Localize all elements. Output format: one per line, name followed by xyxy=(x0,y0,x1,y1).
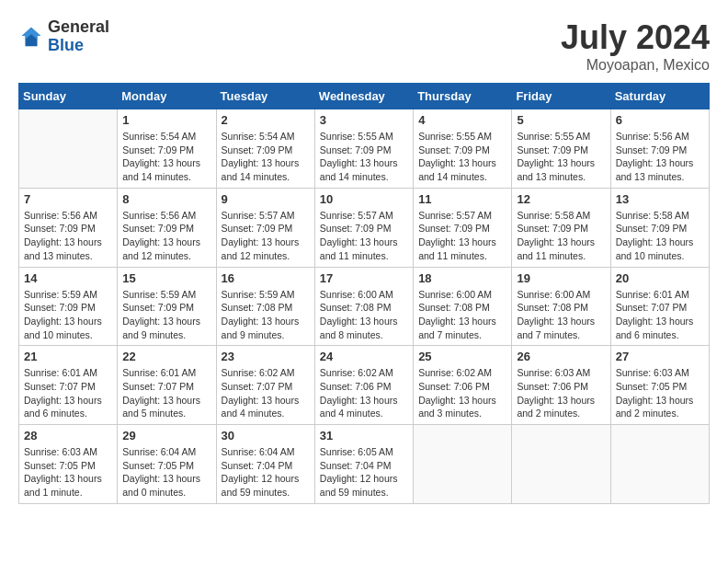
day-info: Sunrise: 5:59 AMSunset: 7:09 PMDaylight:… xyxy=(122,288,210,342)
calendar-cell: 14Sunrise: 5:59 AMSunset: 7:09 PMDayligh… xyxy=(19,267,118,346)
calendar-cell: 27Sunrise: 6:03 AMSunset: 7:05 PMDayligh… xyxy=(610,346,709,425)
calendar-cell: 18Sunrise: 6:00 AMSunset: 7:08 PMDayligh… xyxy=(414,267,512,346)
day-number: 17 xyxy=(320,271,408,285)
day-number: 20 xyxy=(616,271,704,285)
day-number: 26 xyxy=(517,350,605,363)
calendar-week-2: 7Sunrise: 5:56 AMSunset: 7:09 PMDaylight… xyxy=(19,188,710,267)
day-number: 10 xyxy=(320,192,408,206)
day-info: Sunrise: 6:02 AMSunset: 7:06 PMDaylight:… xyxy=(418,366,506,420)
calendar-cell: 24Sunrise: 6:02 AMSunset: 7:06 PMDayligh… xyxy=(314,346,413,425)
calendar-cell: 11Sunrise: 5:57 AMSunset: 7:09 PMDayligh… xyxy=(414,188,512,267)
calendar-cell xyxy=(610,425,709,504)
logo-general-text: General xyxy=(48,18,109,37)
title-block: July 2024 Moyoapan, Mexico xyxy=(561,18,710,74)
day-number: 13 xyxy=(616,192,704,206)
day-info: Sunrise: 6:00 AMSunset: 7:08 PMDaylight:… xyxy=(320,288,408,342)
calendar-week-5: 28Sunrise: 6:03 AMSunset: 7:05 PMDayligh… xyxy=(19,425,710,504)
logo-icon xyxy=(18,24,44,50)
calendar-cell: 5Sunrise: 5:55 AMSunset: 7:09 PMDaylight… xyxy=(512,109,610,189)
calendar-cell: 16Sunrise: 5:59 AMSunset: 7:08 PMDayligh… xyxy=(216,267,314,346)
day-number: 23 xyxy=(222,350,310,363)
calendar-cell: 15Sunrise: 5:59 AMSunset: 7:09 PMDayligh… xyxy=(118,267,216,346)
day-number: 28 xyxy=(24,429,112,442)
day-info: Sunrise: 5:55 AMSunset: 7:09 PMDaylight:… xyxy=(320,130,408,184)
calendar-cell: 17Sunrise: 6:00 AMSunset: 7:08 PMDayligh… xyxy=(314,267,413,346)
day-info: Sunrise: 5:57 AMSunset: 7:09 PMDaylight:… xyxy=(418,209,506,263)
day-info: Sunrise: 5:55 AMSunset: 7:09 PMDaylight:… xyxy=(517,130,605,184)
day-number: 19 xyxy=(517,271,605,285)
day-info: Sunrise: 6:01 AMSunset: 7:07 PMDaylight:… xyxy=(24,366,112,420)
day-info: Sunrise: 6:01 AMSunset: 7:07 PMDaylight:… xyxy=(122,366,210,420)
calendar-cell: 22Sunrise: 6:01 AMSunset: 7:07 PMDayligh… xyxy=(118,346,216,425)
day-info: Sunrise: 6:00 AMSunset: 7:08 PMDaylight:… xyxy=(418,288,506,342)
day-info: Sunrise: 5:58 AMSunset: 7:09 PMDaylight:… xyxy=(616,209,704,263)
day-number: 6 xyxy=(616,113,704,127)
calendar-header-row: Sunday Monday Tuesday Wednesday Thursday… xyxy=(19,84,710,109)
day-number: 24 xyxy=(320,350,408,363)
day-number: 3 xyxy=(320,113,408,127)
calendar-cell: 28Sunrise: 6:03 AMSunset: 7:05 PMDayligh… xyxy=(19,425,118,504)
day-number: 18 xyxy=(418,271,506,285)
calendar-cell: 21Sunrise: 6:01 AMSunset: 7:07 PMDayligh… xyxy=(19,346,118,425)
day-info: Sunrise: 5:54 AMSunset: 7:09 PMDaylight:… xyxy=(222,130,310,184)
day-number: 15 xyxy=(122,271,210,285)
day-number: 1 xyxy=(122,113,210,127)
day-info: Sunrise: 5:54 AMSunset: 7:09 PMDaylight:… xyxy=(122,130,210,184)
logo[interactable]: General Blue xyxy=(18,18,109,55)
day-info: Sunrise: 6:05 AMSunset: 7:04 PMDaylight:… xyxy=(320,445,408,500)
day-number: 8 xyxy=(122,192,210,206)
calendar-cell: 7Sunrise: 5:56 AMSunset: 7:09 PMDaylight… xyxy=(19,188,118,267)
day-info: Sunrise: 6:03 AMSunset: 7:05 PMDaylight:… xyxy=(616,366,704,420)
day-number: 21 xyxy=(24,350,112,363)
day-info: Sunrise: 5:59 AMSunset: 7:09 PMDaylight:… xyxy=(24,288,112,342)
col-wednesday: Wednesday xyxy=(314,84,413,109)
day-number: 7 xyxy=(24,192,112,206)
day-info: Sunrise: 5:59 AMSunset: 7:08 PMDaylight:… xyxy=(222,288,310,342)
day-info: Sunrise: 5:56 AMSunset: 7:09 PMDaylight:… xyxy=(24,209,112,263)
col-thursday: Thursday xyxy=(414,84,512,109)
calendar-cell: 2Sunrise: 5:54 AMSunset: 7:09 PMDaylight… xyxy=(216,109,314,189)
day-number: 9 xyxy=(222,192,310,206)
logo-blue-text: Blue xyxy=(48,37,109,55)
calendar-cell xyxy=(414,425,512,504)
calendar-cell: 25Sunrise: 6:02 AMSunset: 7:06 PMDayligh… xyxy=(414,346,512,425)
day-info: Sunrise: 6:03 AMSunset: 7:06 PMDaylight:… xyxy=(517,366,605,420)
day-number: 27 xyxy=(616,350,704,363)
day-info: Sunrise: 5:57 AMSunset: 7:09 PMDaylight:… xyxy=(320,209,408,263)
day-info: Sunrise: 5:55 AMSunset: 7:09 PMDaylight:… xyxy=(418,130,506,184)
day-number: 14 xyxy=(24,271,112,285)
col-monday: Monday xyxy=(118,84,216,109)
day-number: 4 xyxy=(418,113,506,127)
day-info: Sunrise: 5:57 AMSunset: 7:09 PMDaylight:… xyxy=(222,209,310,263)
day-number: 11 xyxy=(418,192,506,206)
col-saturday: Saturday xyxy=(610,84,709,109)
col-friday: Friday xyxy=(512,84,610,109)
calendar-cell: 26Sunrise: 6:03 AMSunset: 7:06 PMDayligh… xyxy=(512,346,610,425)
day-number: 5 xyxy=(517,113,605,127)
day-number: 31 xyxy=(320,429,408,442)
calendar-cell: 10Sunrise: 5:57 AMSunset: 7:09 PMDayligh… xyxy=(314,188,413,267)
calendar-cell: 4Sunrise: 5:55 AMSunset: 7:09 PMDaylight… xyxy=(414,109,512,189)
calendar-cell xyxy=(512,425,610,504)
day-number: 30 xyxy=(222,429,310,442)
day-number: 22 xyxy=(122,350,210,363)
calendar-cell: 30Sunrise: 6:04 AMSunset: 7:04 PMDayligh… xyxy=(216,425,314,504)
day-info: Sunrise: 6:04 AMSunset: 7:04 PMDaylight:… xyxy=(222,445,310,500)
day-info: Sunrise: 5:56 AMSunset: 7:09 PMDaylight:… xyxy=(122,209,210,263)
calendar-cell: 13Sunrise: 5:58 AMSunset: 7:09 PMDayligh… xyxy=(610,188,709,267)
day-number: 29 xyxy=(122,429,210,442)
calendar-week-4: 21Sunrise: 6:01 AMSunset: 7:07 PMDayligh… xyxy=(19,346,710,425)
calendar-title: July 2024 xyxy=(561,18,710,57)
calendar-cell: 8Sunrise: 5:56 AMSunset: 7:09 PMDaylight… xyxy=(118,188,216,267)
calendar-week-1: 1Sunrise: 5:54 AMSunset: 7:09 PMDaylight… xyxy=(19,109,710,189)
day-info: Sunrise: 5:58 AMSunset: 7:09 PMDaylight:… xyxy=(517,209,605,263)
calendar-cell: 20Sunrise: 6:01 AMSunset: 7:07 PMDayligh… xyxy=(610,267,709,346)
calendar-table: Sunday Monday Tuesday Wednesday Thursday… xyxy=(18,83,710,504)
calendar-location: Moyoapan, Mexico xyxy=(561,57,710,74)
calendar-week-3: 14Sunrise: 5:59 AMSunset: 7:09 PMDayligh… xyxy=(19,267,710,346)
logo-text: General Blue xyxy=(48,18,109,55)
calendar-cell: 12Sunrise: 5:58 AMSunset: 7:09 PMDayligh… xyxy=(512,188,610,267)
calendar-cell: 9Sunrise: 5:57 AMSunset: 7:09 PMDaylight… xyxy=(216,188,314,267)
day-info: Sunrise: 5:56 AMSunset: 7:09 PMDaylight:… xyxy=(616,130,704,184)
day-info: Sunrise: 6:02 AMSunset: 7:07 PMDaylight:… xyxy=(222,366,310,420)
